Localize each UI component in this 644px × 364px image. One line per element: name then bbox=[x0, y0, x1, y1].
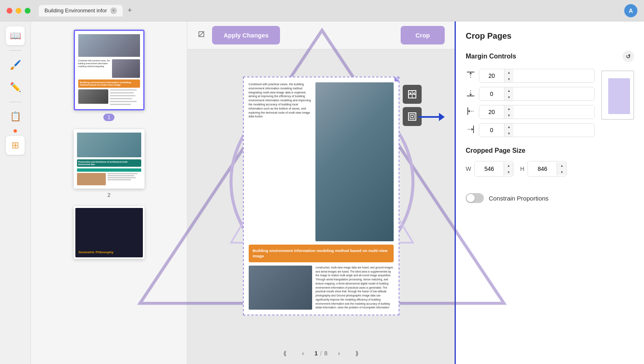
page-wrapper: ⊞ Combined with practical cases, the bui… bbox=[243, 77, 399, 315]
page-top-text: Combined with practical cases, the build… bbox=[249, 82, 313, 241]
margin-preview bbox=[601, 70, 634, 120]
page-bottom-image bbox=[249, 266, 313, 310]
crop-fit-button[interactable] bbox=[403, 85, 422, 104]
arrow-indicator bbox=[418, 113, 445, 121]
toggle-knob bbox=[467, 194, 475, 202]
page-top-row: Combined with practical cases, the build… bbox=[249, 82, 394, 241]
svg-marker-0 bbox=[140, 206, 145, 259]
main-layout: 📖 🖌️ ✏️ 📋 ⊞ bbox=[0, 21, 644, 364]
page-top-image bbox=[315, 82, 393, 241]
thumbnail-frame-3: Geometric Philosophy bbox=[74, 206, 145, 259]
page-bottom-text-right: constructed, multi-view image data are f… bbox=[315, 266, 393, 310]
canvas-area: ⊞ Combined with practical cases, the bui… bbox=[187, 49, 455, 343]
svg-marker-6 bbox=[410, 92, 411, 95]
thumb3-content: Geometric Philosophy bbox=[74, 206, 145, 259]
arrow-body bbox=[418, 116, 439, 118]
svg-point-10 bbox=[411, 116, 413, 117]
arrow-head bbox=[439, 113, 445, 121]
thumb3-dark-bg: Geometric Philosophy bbox=[75, 208, 143, 257]
svg-marker-7 bbox=[413, 92, 415, 95]
constrain-proportions-toggle[interactable] bbox=[466, 193, 484, 203]
thumbnail-panel: Combined with practical cases, the build… bbox=[31, 21, 187, 364]
thumbnail-item-3[interactable]: Geometric Philosophy bbox=[74, 206, 145, 259]
main-content: Apply Changes Crop ⊞ Combined with pract… bbox=[187, 21, 455, 364]
crop-corner-handle[interactable]: ⊞ bbox=[394, 77, 399, 82]
margin-preview-inner bbox=[608, 78, 630, 114]
page-bottom-row: constructed, multi-view image data are f… bbox=[249, 266, 394, 310]
page-content-area: Combined with practical cases, the build… bbox=[244, 77, 399, 315]
page-title-banner: Building environment information modelin… bbox=[249, 245, 394, 262]
page-canvas: ⊞ Combined with practical cases, the bui… bbox=[243, 77, 399, 315]
